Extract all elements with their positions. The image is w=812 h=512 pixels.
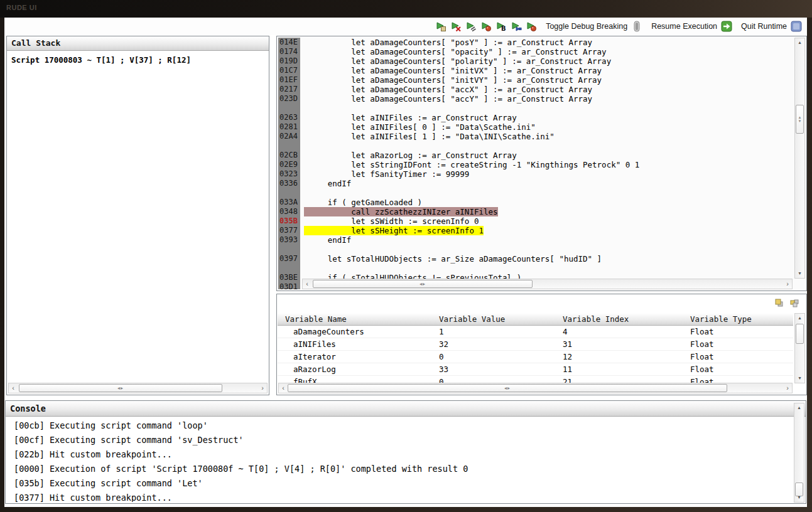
step-bookmark-icon[interactable]: B (495, 21, 507, 32)
scroll-right-arrow[interactable]: › (783, 383, 792, 393)
code-address[interactable]: 0281 (278, 122, 300, 132)
copy-variable-icon[interactable] (773, 297, 784, 309)
code-address[interactable]: 02CB (278, 151, 300, 160)
run-to-cursor-icon[interactable] (526, 21, 537, 32)
quit-runtime-icon[interactable] (791, 21, 802, 32)
code-line[interactable]: let aDamageCounters[ "accX" ] := ar_Cons… (301, 85, 793, 94)
scroll-right-arrow[interactable]: › (258, 383, 267, 393)
toggle-debug-breaking-icon[interactable] (631, 21, 642, 32)
table-row[interactable]: aIterator012Float (278, 351, 793, 363)
code-line[interactable]: let aDamageCounters[ "accY" ] := ar_Cons… (301, 94, 793, 104)
scroll-down-arrow[interactable]: ▾ (794, 493, 804, 502)
scroll-thumb[interactable]: ◂▸ (19, 384, 222, 392)
variables-vscrollbar[interactable]: ▴ ▾ (794, 313, 805, 383)
code-line[interactable] (301, 188, 793, 198)
table-row[interactable]: aRazorLog3311Float (278, 363, 793, 376)
code-line[interactable]: let fSanityTimer := 99999 (301, 169, 793, 179)
code-address[interactable]: 019D (278, 56, 300, 66)
code-address[interactable]: 0397 (278, 254, 300, 264)
code-line[interactable]: let aDamageCounters[ "opacity" ] := ar_C… (301, 47, 793, 56)
code-address[interactable]: 0336 (278, 179, 300, 188)
resume-execution-button[interactable]: Resume Execution (651, 22, 717, 31)
code-line[interactable]: let aINIFiles[ 0 ] := "Data\Scathe.ini" (301, 122, 793, 132)
scroll-thumb[interactable]: ◂▸ (288, 384, 727, 392)
code-address[interactable]: 0393 (278, 235, 300, 245)
title-bar[interactable]: RUDE UI (0, 0, 812, 18)
step-edit-icon[interactable] (465, 21, 477, 32)
code-address[interactable]: 03D1 (278, 282, 300, 289)
call-stack-entry[interactable]: Script 17000803 ~ T[1] ; V[37] ; R[12] (7, 51, 269, 65)
scroll-up-arrow[interactable]: ▴ (795, 38, 804, 47)
code-address[interactable]: 023D (278, 94, 300, 104)
scroll-left-arrow[interactable]: ‹ (303, 279, 311, 289)
code-line[interactable] (301, 104, 793, 113)
variables-hscrollbar[interactable]: ‹ ◂▸ › (278, 383, 793, 393)
code-address[interactable]: 0263 (278, 113, 300, 122)
code-address[interactable]: 02A4 (278, 132, 300, 141)
code-address[interactable]: 014E (278, 38, 300, 47)
column-header-index[interactable]: Variable Index (563, 313, 690, 325)
code-line[interactable]: endIf (301, 235, 793, 245)
code-line[interactable]: let sSWidth := screenInfo 0 (301, 216, 793, 226)
code-address[interactable] (278, 245, 300, 254)
scroll-up-arrow[interactable]: ▴ (795, 314, 804, 323)
scroll-thumb[interactable]: ◂▸ (313, 280, 533, 288)
scroll-thumb[interactable]: ▴▾ (796, 105, 804, 134)
quit-runtime-button[interactable]: Quit Runtime (741, 22, 787, 31)
code-address[interactable]: 02E9 (278, 160, 300, 169)
call-stack-hscrollbar[interactable]: ‹ ◂▸ › (8, 383, 268, 393)
step-delete-icon[interactable] (450, 21, 462, 32)
scroll-down-arrow[interactable]: ▾ (795, 269, 804, 278)
code-line[interactable]: let sSHeight := screenInfo 1 (301, 226, 793, 235)
code-line[interactable] (301, 141, 793, 151)
code-hscrollbar[interactable]: ‹ ◂▸ › (302, 279, 793, 289)
scroll-right-arrow[interactable]: › (783, 279, 792, 289)
code-line[interactable]: let aRazorLog := ar_Construct Array (301, 151, 793, 160)
console-vscrollbar[interactable]: ▴ ▾ (794, 403, 804, 503)
code-vscrollbar[interactable]: ▴ ▴▾ ▾ (794, 38, 805, 279)
step-jump-icon[interactable] (511, 21, 522, 32)
step-breakpoint-icon[interactable] (480, 21, 492, 32)
scroll-thumb[interactable] (796, 324, 804, 344)
code-address[interactable]: 0323 (278, 169, 300, 179)
code-line[interactable]: if ( getGameLoaded ) (301, 198, 793, 207)
code-line[interactable]: let sStringIDFont := createString -1 "Ki… (301, 160, 793, 169)
scroll-left-arrow[interactable]: ‹ (9, 383, 18, 393)
column-header-type[interactable]: Variable Type (690, 313, 793, 325)
code-line[interactable]: let aDamageCounters[ "posY" ] := ar_Cons… (301, 38, 793, 47)
code-line[interactable] (301, 245, 793, 254)
resume-execution-icon[interactable] (721, 21, 732, 32)
code-address[interactable] (278, 141, 300, 151)
code-line[interactable]: let sTotalHUDObjects := ar_Size aDamageC… (301, 254, 793, 264)
table-row[interactable]: aDamageCounters14Float (278, 326, 793, 338)
table-row[interactable]: aINIFiles3231Float (278, 338, 793, 351)
code-line[interactable]: let aDamageCounters[ "initVY" ] := ar_Co… (301, 75, 793, 85)
code-line[interactable]: endIf (301, 179, 793, 188)
scroll-left-arrow[interactable]: ‹ (279, 383, 288, 393)
code-address[interactable] (278, 188, 300, 198)
code-address[interactable]: 03BE (278, 273, 300, 282)
scroll-up-arrow[interactable]: ▴ (794, 403, 804, 412)
column-header-value[interactable]: Variable Value (439, 313, 563, 325)
code-address[interactable]: 035B (278, 216, 300, 226)
toggle-debug-breaking-button[interactable]: Toggle Debug Breaking (546, 22, 627, 31)
code-address[interactable]: 01EF (278, 75, 300, 85)
column-header-name[interactable]: Variable Name (278, 313, 439, 325)
code-address[interactable] (278, 104, 300, 113)
code-line[interactable]: call zzScathezzINIzer aINIFiles (301, 207, 793, 216)
code-address[interactable] (278, 264, 300, 273)
step-into-icon[interactable] (435, 21, 447, 32)
scroll-down-arrow[interactable]: ▾ (795, 374, 804, 383)
code-address[interactable]: 0217 (278, 85, 300, 94)
code-line[interactable]: let aINIFiles := ar_Construct Array (301, 113, 793, 122)
code-line[interactable]: let aINIFiles[ 1 ] := "Data\INI\Scathe.i… (301, 132, 793, 141)
copy-all-variables-icon[interactable] (789, 297, 800, 309)
code-address[interactable]: 01C7 (278, 66, 300, 75)
code-address[interactable]: 0348 (278, 207, 300, 216)
code-address[interactable]: 0174 (278, 47, 300, 56)
code-line[interactable]: let aDamageCounters[ "initVX" ] := ar_Co… (301, 66, 793, 75)
code-address[interactable]: 0377 (278, 226, 300, 235)
code-line[interactable]: let aDamageCounters[ "polarity" ] := ar_… (301, 56, 793, 66)
code-line[interactable] (301, 264, 793, 273)
code-address[interactable]: 033A (278, 198, 300, 207)
